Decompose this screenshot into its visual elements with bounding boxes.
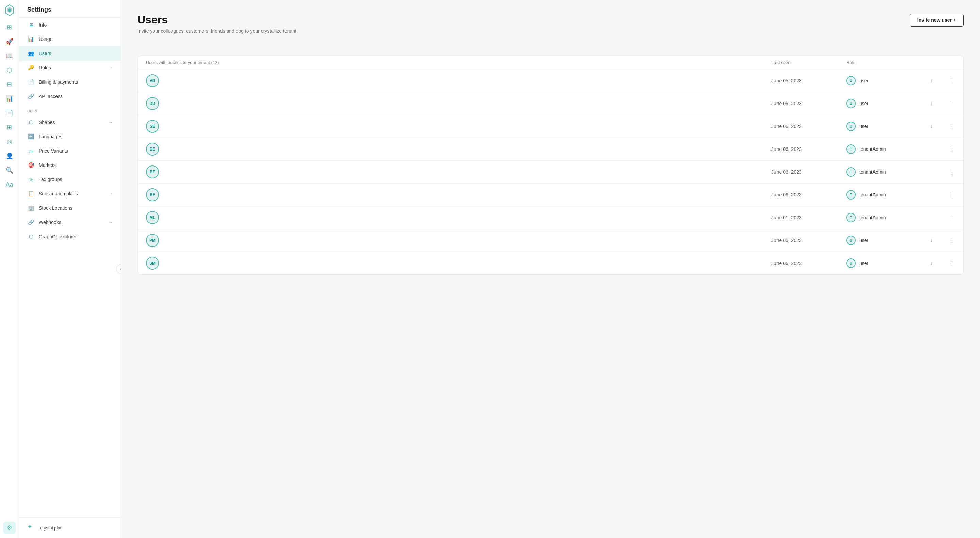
nav-icon-chart[interactable]: 📊 — [3, 93, 16, 105]
table-row[interactable]: ML June 01, 2023 T tenantAdmin ⋮ — [138, 206, 963, 229]
nav-item-stock-locations-label: Stock Locations — [39, 205, 73, 211]
nav-item-api[interactable]: 🔗 API access — [19, 89, 121, 104]
nav-item-shapes[interactable]: ⬡ Shapes → — [19, 115, 121, 129]
stock-locations-icon: 🏢 — [27, 204, 35, 212]
nav-item-roles[interactable]: 🔑 Roles → — [19, 61, 121, 75]
nav-icon-text[interactable]: Aa — [3, 179, 16, 191]
down-arrow[interactable]: ↓ — [921, 78, 942, 84]
down-arrow[interactable]: ↓ — [921, 101, 942, 107]
role-text: tenantAdmin — [859, 215, 886, 220]
build-section-label: Build — [19, 104, 121, 115]
last-seen: June 06, 2023 — [772, 192, 846, 198]
table-row[interactable]: SM June 06, 2023 U user ↓ ⋮ — [138, 252, 963, 275]
last-seen: June 06, 2023 — [772, 260, 846, 266]
more-menu-button[interactable]: ⋮ — [942, 123, 955, 130]
more-menu-button[interactable]: ⋮ — [942, 237, 955, 244]
table-row[interactable]: VD June 05, 2023 U user ↓ ⋮ — [138, 69, 963, 92]
last-seen: June 06, 2023 — [772, 147, 846, 152]
nav-item-markets[interactable]: 🎯 Markets — [19, 158, 121, 172]
users-table: Users with access to your tenant (12) La… — [137, 56, 964, 275]
table-row[interactable]: BF June 06, 2023 T tenantAdmin ⋮ — [138, 184, 963, 206]
graphql-icon: ⬡ — [27, 233, 35, 240]
markets-icon: 🎯 — [27, 161, 35, 169]
tax-groups-icon: % — [27, 176, 35, 183]
down-arrow[interactable]: ↓ — [921, 260, 942, 266]
nav-item-graphql-label: GraphQL explorer — [39, 234, 77, 239]
user-cell: ML — [146, 211, 772, 224]
nav-item-billing[interactable]: 📄 Billing & payments — [19, 75, 121, 89]
nav-item-languages[interactable]: 🔤 Languages — [19, 129, 121, 144]
nav-icon-dashboard[interactable]: ⊞ — [3, 21, 16, 34]
nav-icon-people[interactable]: 👤 — [3, 150, 16, 162]
more-menu-button[interactable]: ⋮ — [942, 77, 955, 85]
nav-item-price-variants-label: Price Variants — [39, 148, 68, 153]
nav-item-users[interactable]: 👥 Users — [19, 46, 121, 61]
table-row[interactable]: DE June 06, 2023 T tenantAdmin ⋮ — [138, 138, 963, 161]
avatar: SM — [146, 257, 159, 270]
nav-item-stock-locations[interactable]: 🏢 Stock Locations — [19, 201, 121, 215]
more-menu-button[interactable]: ⋮ — [942, 145, 955, 153]
more-menu-button[interactable]: ⋮ — [942, 214, 955, 221]
user-cell: BF — [146, 166, 772, 179]
nav-item-price-variants[interactable]: 🏷 Price Variants — [19, 144, 121, 158]
nav-item-usage-label: Usage — [39, 37, 52, 42]
nav-item-webhooks[interactable]: 🔗 Webhooks → — [19, 215, 121, 230]
avatar: DD — [146, 97, 159, 110]
table-row[interactable]: BF June 06, 2023 T tenantAdmin ⋮ — [138, 161, 963, 184]
nav-item-usage[interactable]: 📊 Usage — [19, 32, 121, 46]
webhooks-arrow: → — [108, 220, 113, 225]
more-menu-button[interactable]: ⋮ — [942, 168, 955, 176]
nav-icon-rocket[interactable]: 🚀 — [3, 35, 16, 48]
role-text: user — [859, 260, 869, 266]
table-row[interactable]: PM June 06, 2023 U user ↓ ⋮ — [138, 229, 963, 252]
users-icon: 👥 — [27, 50, 35, 57]
role-text: user — [859, 101, 869, 106]
nav-item-graphql-explorer[interactable]: ⬡ GraphQL explorer — [19, 230, 121, 244]
table-row[interactable]: SE June 06, 2023 U user ↓ ⋮ — [138, 115, 963, 138]
main-content: Users Invite your colleagues, customers,… — [121, 0, 980, 538]
user-cell: SM — [146, 257, 772, 270]
nav-item-info[interactable]: 🖥 Info — [19, 18, 121, 32]
role-text: tenantAdmin — [859, 192, 886, 198]
more-menu-button[interactable]: ⋮ — [942, 191, 955, 198]
column-menu — [942, 60, 955, 65]
collapse-sidebar-button[interactable]: ‹ — [116, 264, 121, 274]
nav-icon-puzzle[interactable]: ⬡ — [3, 64, 16, 76]
role-text: user — [859, 124, 869, 129]
nav-icon-doc[interactable]: 📄 — [3, 107, 16, 119]
role-badge: T — [846, 144, 856, 154]
invite-new-user-button[interactable]: Invite new user + — [910, 14, 964, 27]
role-cell: T tenantAdmin — [846, 144, 921, 154]
down-arrow[interactable]: ↓ — [921, 123, 942, 129]
last-seen: June 06, 2023 — [772, 124, 846, 129]
table-row[interactable]: DD June 06, 2023 U user ↓ ⋮ — [138, 92, 963, 115]
column-action — [921, 60, 942, 65]
role-cell: U user — [846, 236, 921, 245]
app-logo[interactable] — [3, 4, 16, 16]
shapes-arrow: → — [108, 120, 113, 125]
nav-icon-layers[interactable]: ⊞ — [3, 121, 16, 134]
role-badge: T — [846, 213, 856, 222]
subscription-plans-icon: 📋 — [27, 190, 35, 198]
more-menu-button[interactable]: ⋮ — [942, 259, 955, 267]
nav-item-tax-groups[interactable]: % Tax groups — [19, 172, 121, 187]
more-menu-button[interactable]: ⋮ — [942, 100, 955, 107]
nav-icon-search[interactable]: 🔍 — [3, 164, 16, 176]
column-role: Role — [846, 60, 921, 65]
nav-item-users-label: Users — [39, 51, 51, 56]
avatar: VD — [146, 74, 159, 87]
nav-icon-book[interactable]: 📖 — [3, 50, 16, 62]
nav-icon-grid[interactable]: ⊟ — [3, 78, 16, 91]
avatar: DE — [146, 143, 159, 156]
icon-sidebar: ⊞ 🚀 📖 ⬡ ⊟ 📊 📄 ⊞ ◎ 👤 🔍 Aa ⚙ — [0, 0, 19, 538]
avatar: BF — [146, 188, 159, 201]
settings-icon-btn[interactable]: ⚙ — [3, 522, 16, 534]
roles-icon: 🔑 — [27, 64, 35, 72]
subscription-plans-arrow: → — [108, 192, 113, 196]
nav-item-subscription-plans[interactable]: 📋 Subscription plans → — [19, 187, 121, 201]
nav-item-tax-groups-label: Tax groups — [39, 177, 62, 182]
nav-icon-eye[interactable]: ◎ — [3, 136, 16, 148]
down-arrow[interactable]: ↓ — [921, 237, 942, 243]
role-badge: U — [846, 99, 856, 108]
role-text: tenantAdmin — [859, 147, 886, 152]
